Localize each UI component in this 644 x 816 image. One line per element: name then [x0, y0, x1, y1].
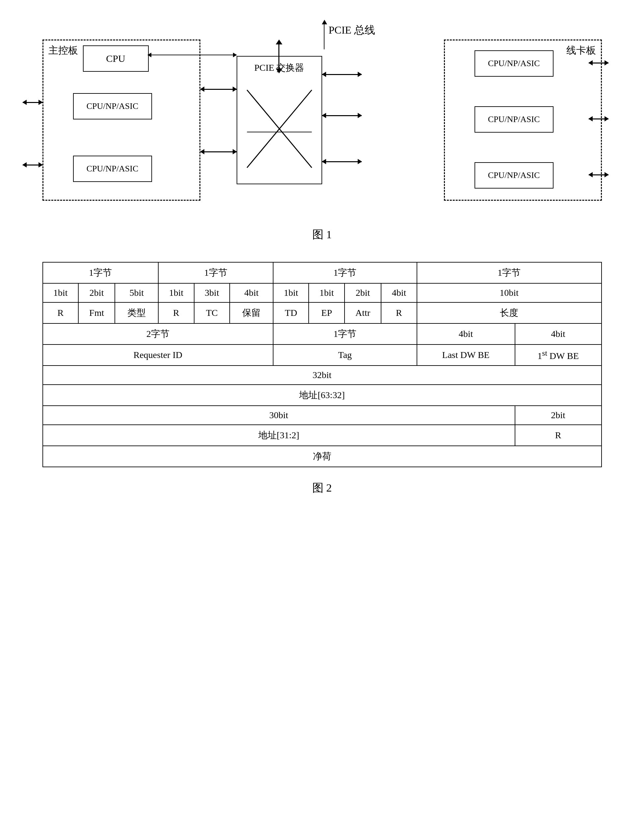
cpu-pcie-arrow: [148, 55, 237, 55]
cpu-np-asic-box-1: CPU/NP/ASIC: [73, 93, 152, 119]
table-row-byte-headers-2: 2字节 1字节 4bit 4bit: [43, 323, 601, 344]
field-addr312: 地址[31:2]: [43, 425, 515, 446]
byte-header-1byte-2: 1字节: [273, 323, 417, 344]
cpu-np-asic-label-1: CPU/NP/ASIC: [87, 101, 138, 111]
main-board-label: 主控板: [48, 44, 78, 57]
field-payload: 净荷: [43, 446, 601, 467]
field-requester-id: Requester ID: [43, 344, 273, 366]
left-arrow-2: [23, 164, 43, 165]
table-row-30bit: 30bit 2bit: [43, 406, 601, 425]
right-ext-arrow-3: [589, 175, 609, 175]
field-Fmt: Fmt: [78, 302, 115, 323]
bit-1bit-2: 1bit: [158, 283, 194, 302]
cpu-np-asic-right-3: CPU/NP/ASIC: [475, 162, 554, 188]
line-card-box: 线卡板 CPU/NP/ASIC CPU/NP/ASIC CPU/NP/ASIC: [444, 40, 602, 201]
field-EP: EP: [309, 302, 344, 323]
bit-5bit: 5bit: [115, 283, 158, 302]
field-reserved: 保留: [230, 302, 273, 323]
bit-4bit-2: 4bit: [381, 283, 417, 302]
bit-1bit-3: 1bit: [273, 283, 309, 302]
bit-1bit-4: 1bit: [309, 283, 344, 302]
cpu-np-asic-label-2: CPU/NP/ASIC: [87, 164, 138, 174]
table-row-bit-widths: 1bit 2bit 5bit 1bit 3bit 4bit 1bit 1bit …: [43, 283, 601, 302]
pcie-vertical-arrow: [278, 43, 279, 69]
table-row-32bit: 32bit: [43, 366, 601, 385]
cpu-np-asic-right-label-3: CPU/NP/ASIC: [488, 170, 540, 180]
bit-2bit: 2bit: [78, 283, 115, 302]
main-board-box: 主控板 CPU CPU/NP/ASIC CPU/NP/ASIC: [43, 40, 201, 201]
figure2: 1字节 1字节 1字节 1字节 1bit 2bit 5bit 1bit 3bit…: [20, 262, 624, 496]
table-row-addr312: 地址[31:2] R: [43, 425, 601, 446]
field-TC: TC: [194, 302, 230, 323]
field-addr6332: 地址[63:32]: [43, 385, 601, 406]
bit-4bit-1: 4bit: [230, 283, 273, 302]
field-R-addr: R: [515, 425, 601, 446]
field-1st-dw-be: 1st DW BE: [515, 344, 601, 366]
line-card-label: 线卡板: [566, 44, 596, 57]
figure2-caption: 图 2: [312, 481, 332, 496]
pcie-bus-label: PCIE 总线: [329, 23, 375, 38]
cpu-box: CPU: [83, 45, 149, 72]
packet-table: 1字节 1字节 1字节 1字节 1bit 2bit 5bit 1bit 3bit…: [43, 262, 602, 467]
pcie-switcher-box: PCIE 交换器: [237, 56, 322, 184]
right-arrow-mb-1: [201, 89, 237, 90]
cpu-np-asic-right-1: CPU/NP/ASIC: [475, 51, 554, 77]
figure1-caption: 图 1: [312, 227, 332, 242]
cpu-np-asic-right-2: CPU/NP/ASIC: [475, 106, 554, 133]
byte-header-1: 1字节: [43, 262, 159, 283]
field-TD: TD: [273, 302, 309, 323]
byte-header-4bit-1: 4bit: [417, 323, 515, 344]
field-30bit: 30bit: [43, 406, 515, 425]
field-R-1: R: [43, 302, 78, 323]
table-row-addr6332: 地址[63:32]: [43, 385, 601, 406]
pcie-right-arrow-1: [322, 74, 362, 75]
cpu-label: CPU: [106, 53, 125, 64]
bit-2bit-2: 2bit: [345, 283, 381, 302]
right-arrow-mb-2: [201, 152, 237, 152]
diagram-area: PCIE 总线 主控板 CPU CPU/NP/ASIC CPU/NP/ASIC: [43, 23, 602, 214]
cpu-np-asic-box-2: CPU/NP/ASIC: [73, 156, 152, 182]
byte-header-3: 1字节: [273, 262, 417, 283]
table-row-payload: 净荷: [43, 446, 601, 467]
bit-10bit: 10bit: [417, 283, 601, 302]
right-ext-arrow-1: [589, 63, 609, 63]
pcie-right-arrow-3: [322, 161, 362, 162]
figure1: PCIE 总线 主控板 CPU CPU/NP/ASIC CPU/NP/ASIC: [20, 13, 624, 242]
table-row-requester: Requester ID Tag Last DW BE 1st DW BE: [43, 344, 601, 366]
byte-header-2byte: 2字节: [43, 323, 273, 344]
pcie-right-arrow-2: [322, 115, 362, 116]
byte-header-4bit-2: 4bit: [515, 323, 601, 344]
pcie-arrowhead-down: [276, 69, 282, 73]
field-tag: Tag: [273, 344, 417, 366]
byte-header-4: 1字节: [417, 262, 601, 283]
field-last-dw-be: Last DW BE: [417, 344, 515, 366]
field-R-3: R: [381, 302, 417, 323]
right-ext-arrow-2: [589, 118, 609, 119]
field-32bit: 32bit: [43, 366, 601, 385]
cpu-np-asic-right-label-1: CPU/NP/ASIC: [488, 58, 540, 69]
left-arrow-1: [23, 102, 43, 103]
byte-header-2: 1字节: [158, 262, 273, 283]
field-type: 类型: [115, 302, 158, 323]
bit-3bit: 3bit: [194, 283, 230, 302]
pcie-bus-arrow: [324, 23, 325, 49]
pcie-arrowhead-up: [276, 40, 282, 44]
field-length: 长度: [417, 302, 601, 323]
bit-1bit-1: 1bit: [43, 283, 78, 302]
table-row-byte-headers: 1字节 1字节 1字节 1字节: [43, 262, 601, 283]
pcie-switcher-diagram: [237, 74, 322, 184]
field-2bit: 2bit: [515, 406, 601, 425]
field-R-2: R: [158, 302, 194, 323]
cpu-np-asic-right-label-2: CPU/NP/ASIC: [488, 115, 540, 124]
table-row-fields: R Fmt 类型 R TC 保留 TD EP Attr R 长度: [43, 302, 601, 323]
field-Attr: Attr: [345, 302, 381, 323]
